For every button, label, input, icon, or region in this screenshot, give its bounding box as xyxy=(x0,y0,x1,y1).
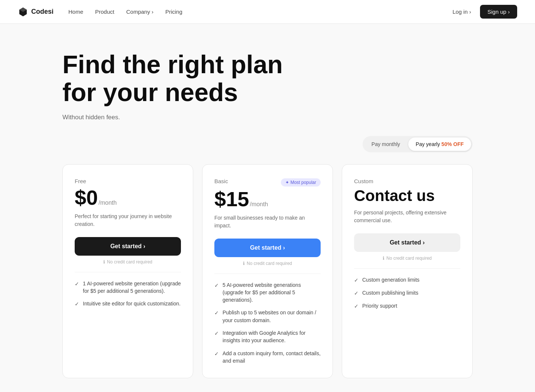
most-popular-badge: ✦ Most popular xyxy=(281,178,321,187)
chevron-down-icon: › xyxy=(152,9,153,15)
basic-feature-4: ✓ Add a custom inquiry form, contact det… xyxy=(214,350,321,365)
nav-company[interactable]: Company › xyxy=(126,9,153,15)
free-price-row: $0 /month xyxy=(75,187,181,208)
navbar: Codesi Home Product Company › Pricing Lo… xyxy=(0,0,535,24)
pay-monthly-btn[interactable]: Pay monthly xyxy=(364,137,408,151)
yearly-discount-badge: 50% OFF xyxy=(441,141,464,147)
basic-price-row: $15 /month xyxy=(214,189,321,210)
billing-toggle: Pay monthly Pay yearly 50% OFF xyxy=(363,136,473,152)
check-icon: ✓ xyxy=(214,309,219,317)
custom-price-label: Contact us xyxy=(354,187,460,204)
free-feature-2: ✓ Intuitive site editor for quick custom… xyxy=(75,300,181,308)
logo-icon xyxy=(18,7,28,17)
custom-cta-button[interactable]: Get started › xyxy=(354,233,460,252)
hero-headline: Find the right plan for your needs xyxy=(62,51,300,106)
free-features: ✓ 1 AI-powered website generation (upgra… xyxy=(75,280,181,308)
info-icon: ℹ xyxy=(243,261,245,266)
basic-description: For small businesses ready to make an im… xyxy=(214,214,321,230)
hero-section: Find the right plan for your needs Witho… xyxy=(45,24,490,136)
custom-feature-2: ✓ Custom publishing limits xyxy=(354,289,460,297)
basic-cta-button[interactable]: Get started › xyxy=(214,239,321,257)
nav-links: Home Product Company › Pricing xyxy=(68,9,448,15)
basic-tier-label: Basic xyxy=(214,178,228,184)
logo-link[interactable]: Codesi xyxy=(18,7,54,17)
check-icon: ✓ xyxy=(354,276,359,284)
check-icon: ✓ xyxy=(214,350,219,357)
info-icon: ℹ xyxy=(383,256,385,261)
nav-product[interactable]: Product xyxy=(95,9,114,15)
basic-feature-3: ✓ Integration with Google Analytics for … xyxy=(214,329,321,344)
free-price: $0 xyxy=(75,187,98,208)
custom-divider xyxy=(354,268,460,269)
custom-plan-card: Custom Contact us For personal projects,… xyxy=(342,164,473,379)
check-icon: ✓ xyxy=(354,289,359,297)
custom-feature-1: ✓ Custom generation limits xyxy=(354,276,460,284)
logo-text: Codesi xyxy=(31,8,54,16)
check-icon: ✓ xyxy=(75,280,79,288)
custom-feature-3: ✓ Priority support xyxy=(354,302,460,310)
check-icon: ✓ xyxy=(354,302,359,310)
info-icon: ℹ xyxy=(103,259,105,265)
free-no-cc: ℹ No credit card required xyxy=(75,259,181,265)
free-divider xyxy=(75,272,181,272)
free-plan-card: Free $0 /month Perfect for starting your… xyxy=(62,164,193,379)
basic-price: $15 xyxy=(214,189,249,210)
free-description: Perfect for starting your journey in web… xyxy=(75,213,181,228)
check-icon: ✓ xyxy=(75,300,79,308)
login-button[interactable]: Log in › xyxy=(448,6,476,18)
custom-features: ✓ Custom generation limits ✓ Custom publ… xyxy=(354,276,460,310)
check-icon: ✓ xyxy=(214,282,219,289)
signup-button[interactable]: Sign up › xyxy=(480,5,517,19)
basic-feature-2: ✓ Publish up to 5 websites on our domain… xyxy=(214,309,321,324)
free-period: /month xyxy=(98,200,117,206)
pay-yearly-btn[interactable]: Pay yearly 50% OFF xyxy=(408,137,471,151)
pricing-cards: Free $0 /month Perfect for starting your… xyxy=(45,164,490,392)
basic-feature-1: ✓ 5 AI-powered website generations (upgr… xyxy=(214,281,321,304)
basic-divider xyxy=(214,273,321,274)
hero-subtext: Without hidden fees. xyxy=(62,114,473,121)
nav-home[interactable]: Home xyxy=(68,9,83,15)
basic-plan-card: Basic ✦ Most popular $15 /month For smal… xyxy=(202,164,333,379)
basic-period: /month xyxy=(250,201,268,208)
free-feature-1: ✓ 1 AI-powered website generation (upgra… xyxy=(75,280,181,295)
check-icon: ✓ xyxy=(214,330,219,337)
nav-pricing[interactable]: Pricing xyxy=(165,9,182,15)
nav-actions: Log in › Sign up › xyxy=(448,5,517,19)
custom-description: For personal projects, offering extensiv… xyxy=(354,209,460,224)
basic-badge-row: Basic ✦ Most popular xyxy=(214,178,321,187)
custom-tier-label: Custom xyxy=(354,178,460,184)
basic-features: ✓ 5 AI-powered website generations (upgr… xyxy=(214,281,321,365)
custom-no-cc: ℹ No credit card required xyxy=(354,256,460,261)
free-tier-label: Free xyxy=(75,178,181,184)
basic-no-cc: ℹ No credit card required xyxy=(214,261,321,266)
free-cta-button[interactable]: Get started › xyxy=(75,237,181,256)
billing-toggle-wrapper: Pay monthly Pay yearly 50% OFF xyxy=(45,136,490,152)
